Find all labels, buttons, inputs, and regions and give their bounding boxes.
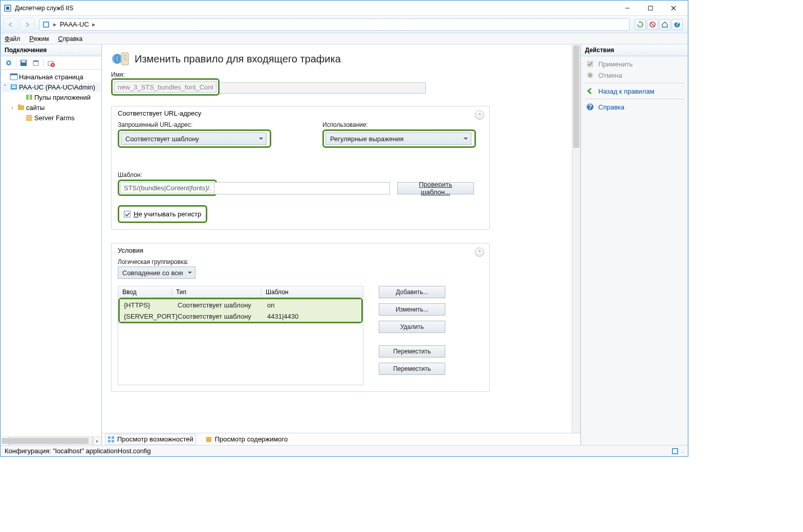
titlebar: Диспетчер служб IIS (1, 1, 688, 16)
using-label: Использование: (322, 121, 476, 128)
edit-condition-button[interactable]: Изменить... (379, 303, 445, 316)
connections-toolbar (1, 56, 101, 70)
content-view-tab[interactable]: Просмотр содержимого (203, 434, 290, 444)
app-icon (4, 4, 12, 12)
actions-pane: Действия Применить Отмена Назад к правил… (580, 45, 688, 445)
svg-rect-30 (18, 105, 24, 110)
tree-collapse-icon[interactable]: ˅ (2, 84, 9, 91)
action-apply: Применить (581, 58, 688, 70)
pattern-input-ext[interactable] (215, 182, 390, 194)
move-up-button[interactable]: Переместить (379, 345, 445, 358)
using-select[interactable]: Регулярные выражения (325, 132, 471, 145)
rule-icon (111, 50, 129, 68)
home-button[interactable] (659, 19, 670, 30)
svg-rect-40 (108, 436, 111, 439)
action-cancel: Отмена (581, 70, 688, 81)
tree-server-farms[interactable]: Server Farms (2, 113, 100, 123)
tree-expand-icon[interactable]: › (9, 104, 16, 110)
menu-file[interactable]: Файл (5, 35, 20, 42)
svg-rect-27 (12, 87, 16, 88)
svg-point-35 (112, 54, 122, 64)
menubar: Файл Режим Справка (1, 33, 688, 45)
maximize-button[interactable] (639, 1, 662, 15)
breadcrumb-server[interactable]: PAAA-UC (60, 20, 89, 28)
statusbar: Конфигурация: "localhost" applicationHos… (1, 445, 688, 456)
apply-icon (586, 60, 594, 68)
requested-url-select[interactable]: Соответствует шаблону (121, 132, 267, 145)
server-icon (42, 20, 50, 29)
svg-rect-26 (12, 85, 16, 86)
connections-tree: Начальная страница ˅ PAA-UC (PAA-UC\Admi… (1, 70, 101, 436)
server-icon (10, 83, 18, 91)
svg-rect-29 (30, 95, 32, 100)
address-bar[interactable]: ▸ PAAA-UC ▸ (39, 18, 630, 31)
menu-help[interactable]: Справка (58, 35, 82, 42)
server-farms-icon (25, 114, 33, 122)
conditions-title: Условия (118, 247, 483, 254)
svg-rect-8 (44, 23, 48, 27)
svg-rect-36 (121, 53, 128, 65)
refresh-button[interactable] (635, 19, 646, 30)
help-dropdown-button[interactable]: ? (671, 19, 683, 30)
grouping-select[interactable]: Совпадение со всеми (118, 267, 196, 279)
nav-forward-button[interactable] (20, 18, 34, 31)
nav-back-button[interactable] (4, 18, 18, 31)
svg-rect-24 (10, 74, 17, 75)
tree-server-node[interactable]: ˅ PAA-UC (PAA-UC\Admin) (2, 82, 100, 92)
table-row[interactable]: {HTTPS} Соответствует шаблону on (120, 299, 361, 311)
col-pattern[interactable]: Шаблон (262, 289, 363, 296)
connect-icon[interactable] (3, 57, 15, 69)
pattern-input[interactable] (120, 182, 214, 193)
delete-conn-icon[interactable] (45, 57, 57, 69)
move-down-button[interactable]: Переместить (379, 363, 445, 375)
checkbox-icon (124, 211, 131, 217)
svg-rect-2 (6, 7, 9, 10)
features-view-tab[interactable]: Просмотр возможностей (105, 434, 196, 445)
actions-title: Действия (581, 45, 688, 56)
collapse-url-button[interactable]: ˄ (475, 110, 484, 120)
table-row[interactable]: {SERVER_PORT} Соответствует шаблону 4431… (120, 311, 361, 322)
svg-rect-31 (18, 104, 20, 106)
rule-name-input (114, 81, 216, 93)
page-title: Изменить правило для входящего трафика (135, 53, 341, 65)
window-title: Диспетчер служб IIS (15, 5, 616, 12)
minimize-button[interactable] (616, 1, 639, 15)
add-condition-button[interactable]: Добавить... (379, 286, 445, 298)
name-label: Имя: (111, 71, 563, 78)
col-input[interactable]: Ввод (118, 289, 172, 296)
col-type[interactable]: Тип (172, 289, 262, 296)
tree-start-page[interactable]: Начальная страница (2, 72, 100, 82)
rule-name-input-ext (219, 82, 426, 94)
center-pane: Изменить правило для входящего трафика И… (102, 45, 580, 445)
action-back-to-rules[interactable]: Назад к правилам (581, 85, 688, 97)
close-button[interactable] (662, 1, 685, 15)
resize-grip[interactable]: .: (681, 449, 684, 454)
menu-mode[interactable]: Режим (29, 35, 49, 42)
left-hscrollbar[interactable]: ◂ ▸ (1, 436, 101, 445)
svg-rect-4 (648, 6, 653, 10)
save-conn-icon[interactable] (17, 57, 30, 69)
test-pattern-button[interactable]: Проверить шаблон... (397, 182, 474, 194)
tree-sites[interactable]: › сайты (2, 102, 100, 113)
center-vscrollbar[interactable] (572, 45, 580, 433)
stop-button[interactable] (647, 19, 658, 30)
ignore-case-checkbox[interactable]: Не учитывать регистр (121, 208, 204, 220)
connections-title: Подключения (1, 45, 101, 56)
delete-condition-button[interactable]: Удалить (379, 321, 445, 333)
conditions-table: Ввод Тип Шаблон {HTTPS} Соответствует ша… (118, 286, 363, 385)
svg-rect-45 (587, 61, 593, 67)
iis-manager-window: Диспетчер служб IIS ▸ PAAA-UC ▸ ? Файл Р… (0, 0, 688, 457)
tree-app-pools[interactable]: Пулы приложений (2, 92, 100, 102)
expand-icon[interactable] (30, 57, 42, 69)
svg-rect-33 (26, 117, 32, 119)
content-icon (205, 436, 212, 443)
action-help[interactable]: ? Справка (581, 101, 688, 113)
svg-rect-32 (26, 115, 32, 117)
pattern-label: Шаблон: (118, 171, 483, 179)
features-icon (107, 436, 115, 443)
svg-text:?: ? (675, 21, 679, 28)
requested-url-label: Запрошенный URL-адрес: (118, 121, 271, 128)
url-match-title: Соответствует URL-адресу (118, 109, 483, 117)
svg-text:?: ? (588, 103, 592, 110)
collapse-conditions-button[interactable]: ˄ (475, 248, 484, 257)
